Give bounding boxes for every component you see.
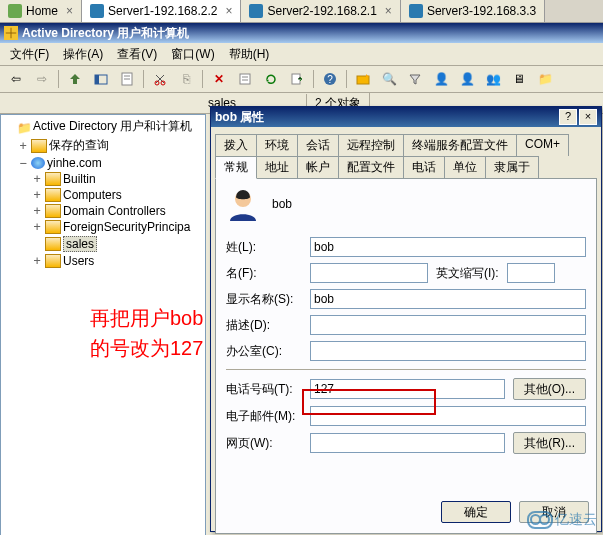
user-icon[interactable]: 👤 — [429, 67, 453, 91]
up-button[interactable] — [63, 67, 87, 91]
menu-file[interactable]: 文件(F) — [4, 44, 55, 65]
tab-server2[interactable]: Server2-192.168.2.1× — [241, 0, 400, 22]
folder-icon — [45, 220, 61, 234]
show-button[interactable] — [89, 67, 113, 91]
tab-org[interactable]: 单位 — [444, 156, 486, 179]
group-icon[interactable]: 👥 — [481, 67, 505, 91]
initials-input[interactable] — [507, 263, 555, 283]
tab-dialin[interactable]: 拨入 — [215, 134, 257, 156]
tab-general[interactable]: 常规 — [215, 156, 257, 179]
delete-button[interactable]: ✕ — [207, 67, 231, 91]
cloud-icon — [527, 511, 553, 529]
tab-server1[interactable]: Server1-192.168.2.2× — [82, 0, 241, 22]
ok-button[interactable]: 确定 — [441, 501, 511, 523]
filter-icon[interactable] — [403, 67, 427, 91]
tree-item[interactable]: +ForeignSecurityPrincipa — [3, 219, 203, 235]
globe-icon — [31, 157, 45, 169]
display-input[interactable] — [310, 289, 586, 309]
tab-profile[interactable]: 配置文件 — [338, 156, 404, 179]
user-head-icon — [226, 187, 260, 221]
tree-panel[interactable]: 📁Active Directory 用户和计算机 +保存的查询 −yinhe.c… — [0, 114, 206, 535]
tab-account[interactable]: 帐户 — [297, 156, 339, 179]
web-label: 网页(W): — [226, 435, 302, 452]
dialog-titlebar[interactable]: bob 属性 ? × — [211, 107, 601, 127]
firstname-input[interactable] — [310, 263, 428, 283]
close-icon[interactable]: × — [225, 4, 232, 18]
tree-item[interactable]: +Users — [3, 253, 203, 269]
help-button[interactable]: ? — [318, 67, 342, 91]
folder-icon — [45, 254, 61, 268]
refresh-button[interactable] — [259, 67, 283, 91]
tree-item[interactable]: +Builtin — [3, 171, 203, 187]
computer-icon[interactable]: 🖥 — [507, 67, 531, 91]
tab-remote[interactable]: 远程控制 — [338, 134, 404, 156]
ou-icon[interactable]: 📁 — [533, 67, 557, 91]
dialog-title: bob 属性 — [215, 109, 264, 126]
svg-rect-2 — [95, 75, 99, 84]
tab-com[interactable]: COM+ — [516, 134, 569, 156]
lastname-input[interactable] — [310, 237, 586, 257]
office-input[interactable] — [310, 341, 586, 361]
dialog-tabs-row1: 拨入 环境 会话 远程控制 终端服务配置文件 COM+ — [211, 127, 601, 155]
tab-session[interactable]: 会话 — [297, 134, 339, 156]
web-other-button[interactable]: 其他(R)... — [513, 432, 586, 454]
firstname-label: 名(F): — [226, 265, 302, 282]
properties-dialog: bob 属性 ? × 拨入 环境 会话 远程控制 终端服务配置文件 COM+ 常… — [210, 106, 602, 532]
copy-button[interactable]: ⎘ — [174, 67, 198, 91]
email-label: 电子邮件(M): — [226, 408, 302, 425]
web-input[interactable] — [310, 433, 505, 453]
folder-icon — [45, 188, 61, 202]
menubar: 文件(F) 操作(A) 查看(V) 窗口(W) 帮助(H) — [0, 43, 603, 66]
folder-icon — [45, 204, 61, 218]
display-label: 显示名称(S): — [226, 291, 302, 308]
help-icon[interactable]: ? — [559, 109, 577, 125]
folder-icon — [45, 172, 61, 186]
ad-icon: 📁 — [17, 121, 31, 133]
new-folder-icon[interactable] — [351, 67, 375, 91]
tree-saved-queries[interactable]: +保存的查询 — [3, 136, 203, 155]
tree-root[interactable]: 📁Active Directory 用户和计算机 — [3, 117, 203, 136]
office-label: 办公室(C): — [226, 343, 302, 360]
close-icon[interactable]: × — [579, 109, 597, 125]
tree-item-sales[interactable]: sales — [3, 235, 203, 253]
tree-item[interactable]: +Domain Controllers — [3, 203, 203, 219]
dialog-body: bob 姓(L): 名(F):英文缩写(I): 显示名称(S): 描述(D): … — [215, 178, 597, 534]
phone-other-button[interactable]: 其他(O)... — [513, 378, 586, 400]
tab-env[interactable]: 环境 — [256, 134, 298, 156]
tree-domain[interactable]: −yinhe.com — [3, 155, 203, 171]
initials-label: 英文缩写(I): — [436, 265, 499, 282]
prop2-button[interactable] — [233, 67, 257, 91]
phone-input[interactable] — [310, 379, 505, 399]
menu-action[interactable]: 操作(A) — [57, 44, 109, 65]
svg-text:?: ? — [327, 74, 333, 85]
app-tabbar: Home× Server1-192.168.2.2× Server2-192.1… — [0, 0, 603, 23]
tab-server3[interactable]: Server3-192.168.3.3 — [401, 0, 545, 22]
close-icon[interactable]: × — [385, 4, 392, 18]
properties-button[interactable] — [115, 67, 139, 91]
menu-help[interactable]: 帮助(H) — [223, 44, 276, 65]
newuser-icon[interactable]: 👤 — [455, 67, 479, 91]
desc-input[interactable] — [310, 315, 586, 335]
svg-rect-12 — [357, 76, 369, 84]
menu-view[interactable]: 查看(V) — [111, 44, 163, 65]
cut-button[interactable] — [148, 67, 172, 91]
email-input[interactable] — [310, 406, 586, 426]
username-display: bob — [272, 197, 292, 211]
export-button[interactable] — [285, 67, 309, 91]
tab-home[interactable]: Home× — [0, 0, 82, 22]
tab-address[interactable]: 地址 — [256, 156, 298, 179]
close-icon[interactable]: × — [66, 4, 73, 18]
tab-memberof[interactable]: 隶属于 — [485, 156, 539, 179]
lastname-label: 姓(L): — [226, 239, 302, 256]
tree-item[interactable]: +Computers — [3, 187, 203, 203]
find-icon[interactable]: 🔍 — [377, 67, 401, 91]
tab-terminal[interactable]: 终端服务配置文件 — [403, 134, 517, 156]
back-button[interactable]: ⇦ — [4, 67, 28, 91]
watermark: 亿速云 — [527, 511, 597, 529]
app-icon — [4, 26, 18, 40]
forward-button[interactable]: ⇨ — [30, 67, 54, 91]
phone-label: 电话号码(T): — [226, 381, 302, 398]
menu-window[interactable]: 窗口(W) — [165, 44, 220, 65]
window-titlebar: Active Directory 用户和计算机 — [0, 23, 603, 43]
tab-phone[interactable]: 电话 — [403, 156, 445, 179]
